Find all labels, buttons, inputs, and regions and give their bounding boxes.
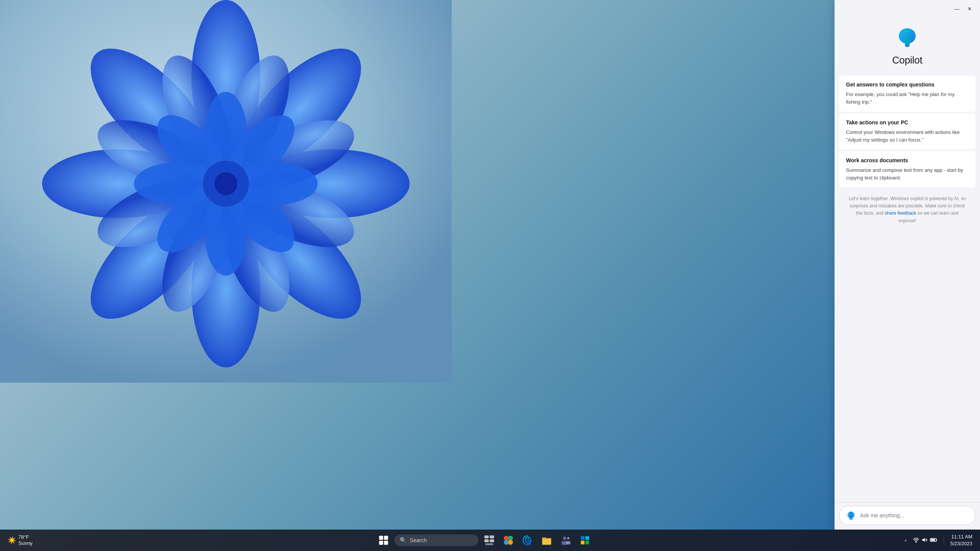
file-explorer-icon: [541, 535, 552, 546]
feature-title-2: Work across documents: [846, 157, 969, 163]
search-label: Search: [410, 537, 427, 543]
svg-rect-33: [490, 535, 494, 538]
feature-title-1: Take actions on your PC: [846, 119, 969, 126]
feature-card-complex-questions: Get answers to complex questions For exa…: [839, 75, 975, 112]
svg-rect-47: [585, 536, 589, 540]
teams-button[interactable]: [557, 532, 574, 549]
svg-rect-32: [484, 535, 488, 538]
weather-widget[interactable]: ☀️ 78°F Sunny: [5, 533, 36, 548]
minimize-button[interactable]: —: [951, 3, 962, 15]
store-icon: [580, 535, 590, 546]
windows-logo-icon: [378, 535, 389, 546]
copilot-logo-icon: [895, 25, 920, 50]
svg-rect-30: [379, 541, 383, 545]
edge-button[interactable]: [519, 532, 536, 549]
copilot-input-area: [835, 502, 980, 530]
system-tray[interactable]: [910, 535, 941, 546]
close-button[interactable]: ✕: [964, 3, 975, 15]
copilot-ask-input[interactable]: [860, 512, 969, 518]
svg-rect-46: [581, 536, 585, 540]
svg-point-42: [563, 536, 566, 540]
start-button[interactable]: [375, 532, 392, 549]
taskbar-left: ☀️ 78°F Sunny: [5, 533, 66, 548]
taskbar: ☀️ 78°F Sunny 🔍 Search: [0, 530, 980, 551]
svg-point-26: [214, 172, 237, 195]
copilot-header: Copilot: [835, 18, 980, 75]
feature-desc-1: Control your Windows environment with ac…: [846, 129, 969, 143]
copilot-disclaimer: Let's learn together. Windows copilot is…: [839, 189, 975, 231]
svg-rect-31: [384, 541, 388, 545]
temperature: 78°F: [18, 534, 33, 540]
edge-icon: [522, 535, 533, 546]
feedback-link[interactable]: share feedback: [885, 210, 916, 216]
svg-rect-34: [484, 539, 488, 542]
svg-rect-28: [379, 536, 383, 540]
svg-rect-53: [936, 539, 937, 540]
teams-icon: [560, 535, 571, 546]
svg-rect-48: [581, 541, 585, 544]
taskbar-right: ∧: [902, 532, 975, 549]
desktop-background: [0, 0, 980, 551]
taskview-icon: [484, 535, 495, 546]
weather-icon: ☀️: [8, 536, 16, 544]
file-explorer-button[interactable]: [538, 532, 555, 549]
copilot-panel: — ✕ Copilot Get answers to: [835, 0, 980, 530]
svg-rect-35: [490, 539, 494, 542]
weather-info: 78°F Sunny: [18, 534, 33, 546]
feature-card-documents: Work across documents Summarize and comp…: [839, 151, 975, 187]
feature-title-0: Get answers to complex questions: [846, 82, 969, 88]
colorful-app-icon: [503, 535, 514, 546]
svg-point-50: [915, 541, 917, 543]
search-bar[interactable]: 🔍 Search: [394, 535, 479, 546]
datetime-display[interactable]: 11:11 AM 5/23/2023: [947, 532, 975, 549]
feature-desc-0: For example, you could ask "Help me plan…: [846, 91, 969, 106]
svg-point-44: [567, 537, 569, 539]
app-colorful-button[interactable]: [500, 532, 517, 549]
svg-rect-52: [931, 539, 935, 541]
time-display: 11:11 AM: [951, 533, 972, 540]
svg-point-40: [508, 540, 513, 545]
copilot-titlebar: — ✕: [835, 0, 980, 18]
feature-card-pc-actions: Take actions on your PC Control your Win…: [839, 113, 975, 150]
svg-rect-29: [384, 536, 388, 540]
copilot-feature-list: Get answers to complex questions For exa…: [835, 75, 980, 502]
sound-icon: [921, 537, 928, 544]
svg-rect-45: [566, 541, 570, 544]
store-button[interactable]: [577, 532, 593, 549]
date-display: 5/23/2023: [950, 540, 972, 547]
feature-desc-2: Summarize and compose text from any app …: [846, 166, 969, 181]
copilot-small-icon: [846, 510, 856, 521]
tray-chevron[interactable]: ∧: [902, 532, 908, 549]
wallpaper-flower: [0, 0, 452, 383]
copilot-input-row: [839, 506, 975, 525]
battery-icon: [930, 537, 938, 544]
network-icon: [913, 537, 919, 544]
search-icon: 🔍: [400, 537, 407, 544]
condition: Sunny: [18, 540, 33, 546]
svg-rect-49: [585, 541, 589, 544]
taskbar-divider: [944, 535, 944, 546]
taskbar-center: 🔍 Search: [66, 532, 902, 549]
svg-rect-36: [485, 543, 493, 545]
svg-rect-41: [542, 538, 551, 545]
task-view-button[interactable]: [481, 532, 498, 549]
copilot-title: Copilot: [892, 54, 923, 66]
